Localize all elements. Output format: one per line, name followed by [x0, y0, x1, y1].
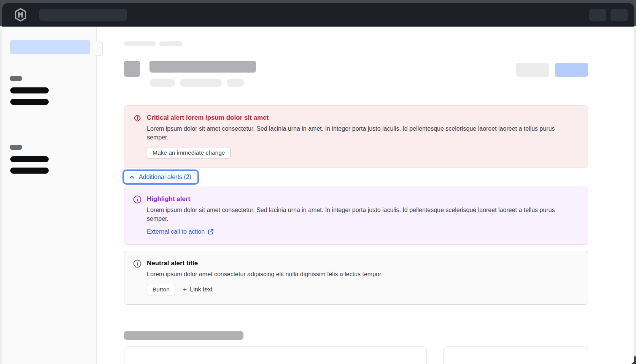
- page-icon-skeleton: [124, 61, 140, 77]
- primary-button-skeleton[interactable]: [555, 63, 588, 77]
- badge-skeleton-1: [149, 79, 175, 87]
- breadcrumb-skeleton-2: [159, 41, 182, 46]
- page-header: [124, 61, 588, 87]
- section-title-skeleton: [124, 331, 243, 340]
- chevron-up-icon: [129, 174, 135, 180]
- highlight-alert-body: Lorem ipsum dolor sit amet consectetur. …: [147, 206, 558, 223]
- sidebar-active-item-skeleton[interactable]: [10, 40, 90, 54]
- info-circle-icon: [133, 259, 142, 268]
- sidebar-item-skeleton[interactable]: [10, 87, 49, 93]
- sidebar-item-skeleton[interactable]: [10, 156, 49, 162]
- add-link-text-link[interactable]: + Link text: [183, 286, 213, 293]
- neutral-alert-title: Neutral alert title: [147, 259, 579, 268]
- sidebar-item-skeleton[interactable]: [10, 168, 49, 174]
- page-title-skeleton: [149, 61, 256, 73]
- make-immediate-change-button[interactable]: Make an immediate change: [147, 147, 231, 158]
- critical-alert: Critical alert lorem ipsum dolor sit ame…: [124, 105, 588, 168]
- link-text-label: Link text: [190, 286, 213, 293]
- external-link-label: External call to action: [147, 228, 205, 235]
- navbar-search-skeleton[interactable]: [39, 9, 127, 21]
- highlight-alert-title: Highlight alert: [147, 195, 579, 204]
- sidebar-section-label-skeleton: [10, 76, 22, 81]
- plus-icon: +: [183, 286, 187, 293]
- badge-skeleton-3: [227, 79, 244, 87]
- breadcrumb-skeleton-1: [124, 41, 156, 46]
- alert-diamond-icon: [133, 114, 142, 123]
- sidebar-item-skeleton[interactable]: [10, 99, 49, 105]
- additional-alerts-toggle-label: Additional alerts (2): [139, 173, 191, 182]
- neutral-alert-body: Lorem ipsum dolor amet consectetur adipi…: [147, 270, 558, 279]
- main-content: Critical alert lorem ipsum dolor sit ame…: [97, 27, 634, 364]
- hashicorp-logo-icon: [14, 8, 27, 22]
- app-window: Critical alert lorem ipsum dolor sit ame…: [2, 3, 634, 364]
- badge-skeleton-2: [180, 79, 222, 87]
- external-link-icon: [208, 229, 214, 235]
- info-circle-icon: [133, 195, 142, 204]
- card-skeleton-right: [444, 347, 588, 364]
- critical-alert-body: Lorem ipsum dolor sit amet consectetur. …: [147, 124, 558, 142]
- external-call-to-action-link[interactable]: External call to action: [147, 228, 214, 235]
- cards-row: [124, 347, 588, 364]
- navbar-action-skeleton-2[interactable]: [611, 9, 628, 21]
- critical-alert-title: Critical alert lorem ipsum dolor sit ame…: [147, 113, 579, 122]
- navbar-action-skeleton-1[interactable]: [589, 9, 606, 21]
- neutral-alert-button[interactable]: Button: [147, 284, 175, 295]
- secondary-button-skeleton[interactable]: [516, 63, 549, 77]
- neutral-alert: Neutral alert title Lorem ipsum dolor am…: [124, 251, 588, 305]
- highlight-alert: Highlight alert Lorem ipsum dolor sit am…: [124, 187, 588, 245]
- card-skeleton-left: [124, 347, 427, 364]
- sidebar-section-label-skeleton: [10, 145, 22, 150]
- sidebar: [2, 27, 97, 364]
- breadcrumb: [124, 41, 588, 46]
- additional-alerts-toggle[interactable]: Additional alerts (2): [122, 169, 199, 185]
- top-navbar: [2, 3, 634, 27]
- sidebar-collapse-handle[interactable]: [95, 41, 103, 56]
